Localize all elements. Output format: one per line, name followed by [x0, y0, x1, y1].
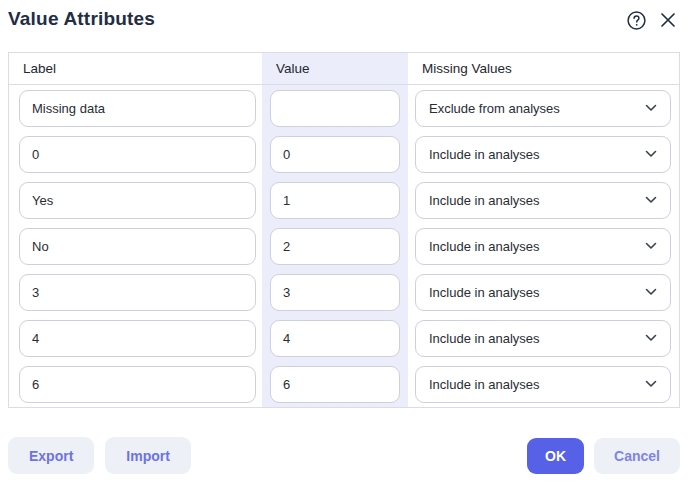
- value-input[interactable]: [270, 320, 400, 357]
- missing-values-cell: Include in analyses: [408, 177, 679, 223]
- table-row: Include in analyses: [9, 315, 679, 361]
- missing-values-cell: Include in analyses: [408, 269, 679, 315]
- table-row: Include in analyses: [9, 223, 679, 269]
- missing-values-cell: Include in analyses: [408, 361, 679, 407]
- column-header-label: Label: [9, 53, 262, 84]
- dialog-header: Value Attributes: [8, 6, 680, 30]
- value-attributes-dialog: Value Attributes Label Value Missing Val…: [0, 0, 688, 484]
- chevron-down-icon: [645, 196, 657, 204]
- value-attributes-table: Label Value Missing Values Exclude from …: [8, 52, 680, 408]
- label-cell: [9, 177, 262, 223]
- table-row: Include in analyses: [9, 131, 679, 177]
- label-cell: [9, 85, 262, 131]
- label-input[interactable]: [19, 366, 256, 403]
- cancel-button[interactable]: Cancel: [594, 438, 680, 474]
- value-cell: [262, 177, 408, 223]
- label-input[interactable]: [19, 182, 256, 219]
- page-title: Value Attributes: [8, 8, 155, 30]
- footer-right: OK Cancel: [527, 438, 680, 474]
- table-row: Include in analyses: [9, 269, 679, 315]
- dialog-footer: Export Import OK Cancel: [8, 437, 680, 474]
- missing-values-select[interactable]: Include in analyses: [415, 182, 671, 219]
- value-input[interactable]: [270, 228, 400, 265]
- missing-values-selected-option: Include in analyses: [429, 331, 540, 346]
- value-input[interactable]: [270, 366, 400, 403]
- missing-values-cell: Exclude from analyses: [408, 85, 679, 131]
- chevron-down-icon: [645, 150, 657, 158]
- missing-values-cell: Include in analyses: [408, 223, 679, 269]
- missing-values-select[interactable]: Include in analyses: [415, 366, 671, 403]
- label-input[interactable]: [19, 90, 256, 127]
- chevron-down-icon: [645, 104, 657, 112]
- value-cell: [262, 131, 408, 177]
- export-button[interactable]: Export: [8, 437, 94, 474]
- missing-values-selected-option: Include in analyses: [429, 147, 540, 162]
- footer-left: Export Import: [8, 437, 191, 474]
- chevron-down-icon: [645, 380, 657, 388]
- label-cell: [9, 223, 262, 269]
- value-input[interactable]: [270, 182, 400, 219]
- missing-values-select[interactable]: Exclude from analyses: [415, 90, 671, 127]
- missing-values-select[interactable]: Include in analyses: [415, 274, 671, 311]
- missing-values-select[interactable]: Include in analyses: [415, 228, 671, 265]
- label-cell: [9, 131, 262, 177]
- help-icon[interactable]: [626, 10, 646, 30]
- column-header-value: Value: [262, 53, 408, 84]
- close-icon[interactable]: [658, 10, 678, 30]
- label-cell: [9, 269, 262, 315]
- table-body: Exclude from analyses Include in analyse…: [9, 85, 679, 407]
- table-row: Include in analyses: [9, 361, 679, 407]
- value-input[interactable]: [270, 136, 400, 173]
- import-button[interactable]: Import: [105, 437, 191, 474]
- value-cell: [262, 85, 408, 131]
- label-input[interactable]: [19, 136, 256, 173]
- ok-button[interactable]: OK: [527, 438, 584, 474]
- missing-values-cell: Include in analyses: [408, 315, 679, 361]
- missing-values-selected-option: Exclude from analyses: [429, 101, 560, 116]
- table-row: Exclude from analyses: [9, 85, 679, 131]
- header-icons: [626, 8, 680, 30]
- missing-values-cell: Include in analyses: [408, 131, 679, 177]
- chevron-down-icon: [645, 288, 657, 296]
- missing-values-selected-option: Include in analyses: [429, 377, 540, 392]
- missing-values-selected-option: Include in analyses: [429, 193, 540, 208]
- value-cell: [262, 361, 408, 407]
- value-input[interactable]: [270, 90, 400, 127]
- chevron-down-icon: [645, 242, 657, 250]
- chevron-down-icon: [645, 334, 657, 342]
- label-input[interactable]: [19, 320, 256, 357]
- value-cell: [262, 269, 408, 315]
- value-cell: [262, 315, 408, 361]
- column-header-missing-values: Missing Values: [408, 53, 679, 84]
- table-row: Include in analyses: [9, 177, 679, 223]
- missing-values-selected-option: Include in analyses: [429, 239, 540, 254]
- missing-values-select[interactable]: Include in analyses: [415, 136, 671, 173]
- value-input[interactable]: [270, 274, 400, 311]
- table-header-row: Label Value Missing Values: [9, 53, 679, 85]
- missing-values-selected-option: Include in analyses: [429, 285, 540, 300]
- label-input[interactable]: [19, 274, 256, 311]
- label-input[interactable]: [19, 228, 256, 265]
- value-cell: [262, 223, 408, 269]
- missing-values-select[interactable]: Include in analyses: [415, 320, 671, 357]
- label-cell: [9, 315, 262, 361]
- label-cell: [9, 361, 262, 407]
